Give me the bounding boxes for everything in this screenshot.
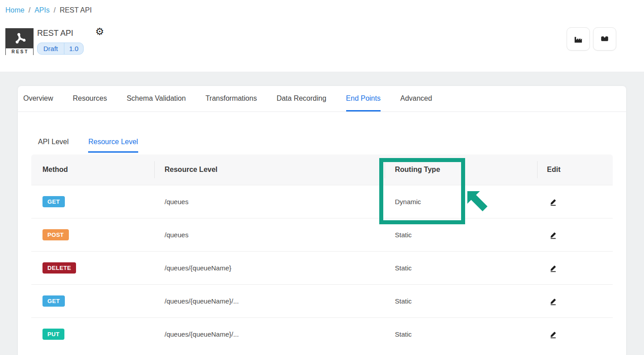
method-badge: DELETE	[42, 262, 76, 274]
endpoint-level-tabs: API Level Resource Level	[38, 134, 626, 153]
table-row: DELETE /queues/{queueName} Static	[31, 251, 613, 284]
pencil-icon	[549, 296, 558, 306]
tab-schema-validation[interactable]: Schema Validation	[127, 86, 186, 111]
routing-type-value: Dynamic	[385, 185, 537, 218]
edit-button[interactable]	[547, 261, 560, 274]
breadcrumb-separator: /	[29, 6, 30, 14]
page-title: REST API	[37, 29, 73, 38]
tab-data-recording[interactable]: Data Recording	[276, 86, 326, 111]
edit-button[interactable]	[547, 295, 560, 308]
method-badge: GET	[42, 196, 65, 207]
subtab-api-level[interactable]: API Level	[38, 134, 68, 153]
tab-transformations[interactable]: Transformations	[205, 86, 257, 111]
status-badge: Draft	[38, 43, 64, 54]
pencil-icon	[549, 230, 558, 240]
breadcrumb: Home / APIs / REST API	[5, 6, 92, 14]
gear-icon[interactable]: ⚙	[95, 27, 104, 37]
edit-button[interactable]	[547, 328, 560, 341]
edit-button[interactable]	[547, 195, 560, 208]
routing-type-value: Static	[385, 318, 537, 351]
routing-type-value: Static	[385, 252, 537, 284]
version-badge: 1.0	[64, 43, 84, 54]
table-row: GET /queues Dynamic	[31, 185, 613, 218]
analytics-icon	[572, 33, 584, 45]
column-header-method: Method	[31, 154, 154, 185]
breadcrumb-home[interactable]: Home	[5, 6, 25, 14]
status-version-badge: Draft 1.0	[37, 43, 84, 55]
breadcrumb-separator: /	[54, 6, 55, 14]
method-badge: POST	[42, 229, 69, 240]
subtab-resource-level[interactable]: Resource Level	[88, 134, 138, 153]
main-tabs: Overview Resources Schema Validation Tra…	[18, 86, 626, 112]
endpoints-table: Method Resource Level Routing Type Edit …	[31, 154, 613, 351]
resource-path: /queues/{queueName}	[154, 252, 385, 284]
breadcrumb-apis[interactable]: APIs	[34, 6, 50, 14]
column-header-edit: Edit	[537, 154, 613, 185]
api-detail-card: Overview Resources Schema Validation Tra…	[18, 86, 626, 355]
routing-type-value: Static	[385, 218, 537, 251]
resource-path: /queues/{queueName}/...	[154, 318, 385, 351]
resource-path: /queues	[154, 218, 385, 251]
column-header-resource-level: Resource Level	[154, 154, 385, 185]
edit-button[interactable]	[547, 228, 560, 241]
tab-advanced[interactable]: Advanced	[400, 86, 432, 111]
table-row: POST /queues Static	[31, 218, 613, 251]
analytics-button[interactable]	[567, 27, 590, 51]
pencil-icon	[549, 197, 558, 206]
tab-end-points[interactable]: End Points	[346, 86, 381, 111]
page-header: Home / APIs / REST API REST RE	[0, 0, 644, 72]
method-badge: GET	[42, 295, 65, 307]
column-header-routing-type: Routing Type	[385, 154, 537, 185]
inbox-button[interactable]	[593, 27, 616, 51]
pencil-icon	[549, 263, 558, 273]
api-logo: REST	[5, 28, 34, 55]
inbox-icon	[599, 33, 610, 45]
tab-overview[interactable]: Overview	[23, 86, 53, 111]
pencil-icon	[549, 329, 558, 339]
breadcrumb-current: REST API	[59, 6, 92, 14]
api-node-icon	[6, 29, 33, 48]
table-header-row: Method Resource Level Routing Type Edit	[31, 154, 613, 185]
api-logo-caption: REST	[6, 48, 33, 55]
resource-path: /queues/{queueName}/...	[154, 285, 385, 317]
routing-type-value: Static	[385, 285, 537, 317]
resource-path: /queues	[154, 185, 385, 218]
method-badge: PUT	[42, 329, 64, 340]
tab-resources[interactable]: Resources	[73, 86, 107, 111]
table-row: PUT /queues/{queueName}/... Static	[31, 317, 613, 351]
table-row: GET /queues/{queueName}/... Static	[31, 284, 613, 317]
